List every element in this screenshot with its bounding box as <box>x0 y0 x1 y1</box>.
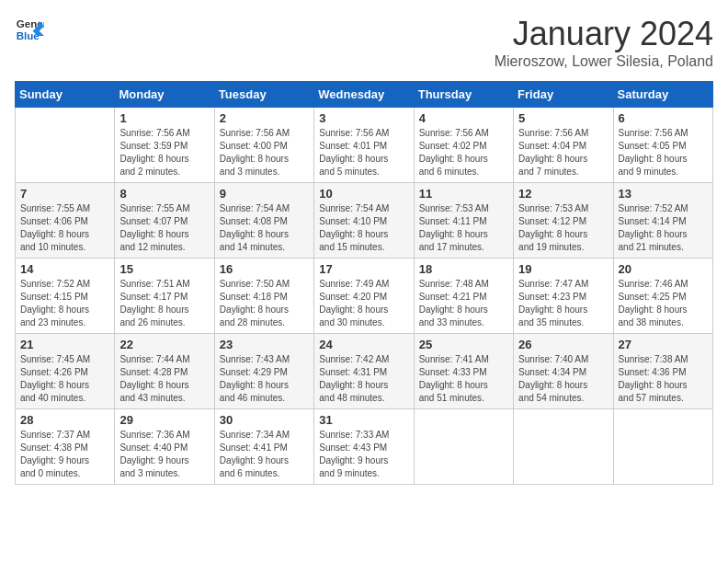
calendar-cell: 9Sunrise: 7:54 AM Sunset: 4:08 PM Daylig… <box>214 183 313 259</box>
day-number: 3 <box>319 111 408 125</box>
calendar-cell: 30Sunrise: 7:34 AM Sunset: 4:41 PM Dayli… <box>214 409 313 485</box>
calendar-cell: 7Sunrise: 7:55 AM Sunset: 4:06 PM Daylig… <box>16 183 115 259</box>
weekday-header-wednesday: Wednesday <box>314 82 414 108</box>
day-number: 12 <box>518 187 608 201</box>
day-info: Sunrise: 7:53 AM Sunset: 4:12 PM Dayligh… <box>518 202 608 254</box>
day-number: 28 <box>20 413 109 427</box>
day-info: Sunrise: 7:54 AM Sunset: 4:10 PM Dayligh… <box>319 202 408 254</box>
day-info: Sunrise: 7:42 AM Sunset: 4:31 PM Dayligh… <box>319 353 408 405</box>
day-info: Sunrise: 7:34 AM Sunset: 4:41 PM Dayligh… <box>220 429 309 480</box>
calendar-cell: 24Sunrise: 7:42 AM Sunset: 4:31 PM Dayli… <box>314 334 414 409</box>
calendar-cell: 28Sunrise: 7:37 AM Sunset: 4:38 PM Dayli… <box>16 409 115 485</box>
calendar-cell <box>414 409 513 485</box>
day-number: 9 <box>220 187 309 201</box>
calendar-cell: 3Sunrise: 7:56 AM Sunset: 4:01 PM Daylig… <box>314 108 414 183</box>
day-number: 22 <box>119 338 209 351</box>
day-number: 27 <box>619 338 708 351</box>
day-info: Sunrise: 7:56 AM Sunset: 3:59 PM Dayligh… <box>119 127 209 178</box>
day-number: 8 <box>119 187 209 201</box>
calendar-cell: 11Sunrise: 7:53 AM Sunset: 4:11 PM Dayli… <box>414 183 513 259</box>
day-info: Sunrise: 7:44 AM Sunset: 4:28 PM Dayligh… <box>119 353 209 405</box>
day-info: Sunrise: 7:41 AM Sunset: 4:33 PM Dayligh… <box>419 353 508 405</box>
day-info: Sunrise: 7:55 AM Sunset: 4:07 PM Dayligh… <box>119 202 209 254</box>
day-number: 5 <box>518 111 608 125</box>
day-number: 25 <box>419 338 508 351</box>
day-info: Sunrise: 7:38 AM Sunset: 4:36 PM Dayligh… <box>619 353 708 405</box>
calendar-cell: 22Sunrise: 7:44 AM Sunset: 4:28 PM Dayli… <box>115 334 214 409</box>
month-title: January 2024 <box>495 15 713 53</box>
day-number: 1 <box>119 111 209 125</box>
calendar-cell: 13Sunrise: 7:52 AM Sunset: 4:14 PM Dayli… <box>613 183 712 259</box>
calendar-cell: 6Sunrise: 7:56 AM Sunset: 4:05 PM Daylig… <box>613 108 712 183</box>
day-number: 26 <box>518 338 608 351</box>
calendar-cell: 12Sunrise: 7:53 AM Sunset: 4:12 PM Dayli… <box>514 183 613 259</box>
day-info: Sunrise: 7:46 AM Sunset: 4:25 PM Dayligh… <box>619 278 708 329</box>
day-number: 20 <box>619 262 708 276</box>
calendar-week-row: 1Sunrise: 7:56 AM Sunset: 3:59 PM Daylig… <box>16 108 713 183</box>
day-number: 6 <box>619 111 708 125</box>
calendar-cell: 26Sunrise: 7:40 AM Sunset: 4:34 PM Dayli… <box>514 334 613 409</box>
day-info: Sunrise: 7:52 AM Sunset: 4:15 PM Dayligh… <box>20 278 109 329</box>
calendar-cell: 29Sunrise: 7:36 AM Sunset: 4:40 PM Dayli… <box>115 409 214 485</box>
calendar-cell: 18Sunrise: 7:48 AM Sunset: 4:21 PM Dayli… <box>414 259 513 334</box>
day-info: Sunrise: 7:56 AM Sunset: 4:02 PM Dayligh… <box>419 127 508 178</box>
day-info: Sunrise: 7:52 AM Sunset: 4:14 PM Dayligh… <box>619 202 708 254</box>
title-block: January 2024 Mieroszow, Lower Silesia, P… <box>495 15 713 70</box>
day-number: 13 <box>619 187 708 201</box>
day-number: 21 <box>20 338 109 351</box>
calendar-cell: 23Sunrise: 7:43 AM Sunset: 4:29 PM Dayli… <box>214 334 313 409</box>
day-number: 18 <box>419 262 508 276</box>
day-number: 17 <box>319 262 408 276</box>
location-title: Mieroszow, Lower Silesia, Poland <box>495 53 713 70</box>
day-number: 15 <box>119 262 209 276</box>
calendar-cell: 5Sunrise: 7:56 AM Sunset: 4:04 PM Daylig… <box>514 108 613 183</box>
day-info: Sunrise: 7:54 AM Sunset: 4:08 PM Dayligh… <box>220 202 309 254</box>
day-number: 24 <box>319 338 408 351</box>
calendar-cell: 4Sunrise: 7:56 AM Sunset: 4:02 PM Daylig… <box>414 108 513 183</box>
day-info: Sunrise: 7:56 AM Sunset: 4:00 PM Dayligh… <box>220 127 309 178</box>
page-header: General Blue January 2024 Mieroszow, Low… <box>15 15 713 70</box>
calendar-header-row: SundayMondayTuesdayWednesdayThursdayFrid… <box>16 82 713 108</box>
calendar-cell: 14Sunrise: 7:52 AM Sunset: 4:15 PM Dayli… <box>16 259 115 334</box>
day-info: Sunrise: 7:53 AM Sunset: 4:11 PM Dayligh… <box>419 202 508 254</box>
day-info: Sunrise: 7:51 AM Sunset: 4:17 PM Dayligh… <box>119 278 209 329</box>
day-number: 14 <box>20 262 109 276</box>
calendar-cell: 31Sunrise: 7:33 AM Sunset: 4:43 PM Dayli… <box>314 409 414 485</box>
day-number: 16 <box>220 262 309 276</box>
weekday-header-sunday: Sunday <box>16 82 115 108</box>
day-info: Sunrise: 7:49 AM Sunset: 4:20 PM Dayligh… <box>319 278 408 329</box>
calendar-cell: 20Sunrise: 7:46 AM Sunset: 4:25 PM Dayli… <box>613 259 712 334</box>
day-number: 2 <box>220 111 309 125</box>
day-info: Sunrise: 7:56 AM Sunset: 4:01 PM Dayligh… <box>319 127 408 178</box>
calendar-cell: 17Sunrise: 7:49 AM Sunset: 4:20 PM Dayli… <box>314 259 414 334</box>
calendar-table: SundayMondayTuesdayWednesdayThursdayFrid… <box>15 81 713 485</box>
day-number: 4 <box>419 111 508 125</box>
day-number: 31 <box>319 413 408 427</box>
weekday-header-tuesday: Tuesday <box>214 82 313 108</box>
day-info: Sunrise: 7:47 AM Sunset: 4:23 PM Dayligh… <box>518 278 608 329</box>
day-info: Sunrise: 7:36 AM Sunset: 4:40 PM Dayligh… <box>119 429 209 480</box>
day-info: Sunrise: 7:43 AM Sunset: 4:29 PM Dayligh… <box>220 353 309 405</box>
calendar-week-row: 21Sunrise: 7:45 AM Sunset: 4:26 PM Dayli… <box>16 334 713 409</box>
calendar-week-row: 14Sunrise: 7:52 AM Sunset: 4:15 PM Dayli… <box>16 259 713 334</box>
calendar-week-row: 28Sunrise: 7:37 AM Sunset: 4:38 PM Dayli… <box>16 409 713 485</box>
calendar-cell: 16Sunrise: 7:50 AM Sunset: 4:18 PM Dayli… <box>214 259 313 334</box>
calendar-week-row: 7Sunrise: 7:55 AM Sunset: 4:06 PM Daylig… <box>16 183 713 259</box>
calendar-cell: 27Sunrise: 7:38 AM Sunset: 4:36 PM Dayli… <box>613 334 712 409</box>
calendar-cell <box>613 409 712 485</box>
day-number: 11 <box>419 187 508 201</box>
calendar-cell: 15Sunrise: 7:51 AM Sunset: 4:17 PM Dayli… <box>115 259 214 334</box>
day-number: 19 <box>518 262 608 276</box>
weekday-header-saturday: Saturday <box>613 82 712 108</box>
logo-icon: General Blue <box>15 15 44 44</box>
day-info: Sunrise: 7:56 AM Sunset: 4:04 PM Dayligh… <box>518 127 608 178</box>
day-info: Sunrise: 7:55 AM Sunset: 4:06 PM Dayligh… <box>20 202 109 254</box>
calendar-cell: 2Sunrise: 7:56 AM Sunset: 4:00 PM Daylig… <box>214 108 313 183</box>
day-number: 23 <box>220 338 309 351</box>
calendar-cell: 1Sunrise: 7:56 AM Sunset: 3:59 PM Daylig… <box>115 108 214 183</box>
day-info: Sunrise: 7:37 AM Sunset: 4:38 PM Dayligh… <box>20 429 109 480</box>
day-number: 7 <box>20 187 109 201</box>
calendar-cell: 10Sunrise: 7:54 AM Sunset: 4:10 PM Dayli… <box>314 183 414 259</box>
calendar-cell <box>16 108 115 183</box>
day-info: Sunrise: 7:56 AM Sunset: 4:05 PM Dayligh… <box>619 127 708 178</box>
